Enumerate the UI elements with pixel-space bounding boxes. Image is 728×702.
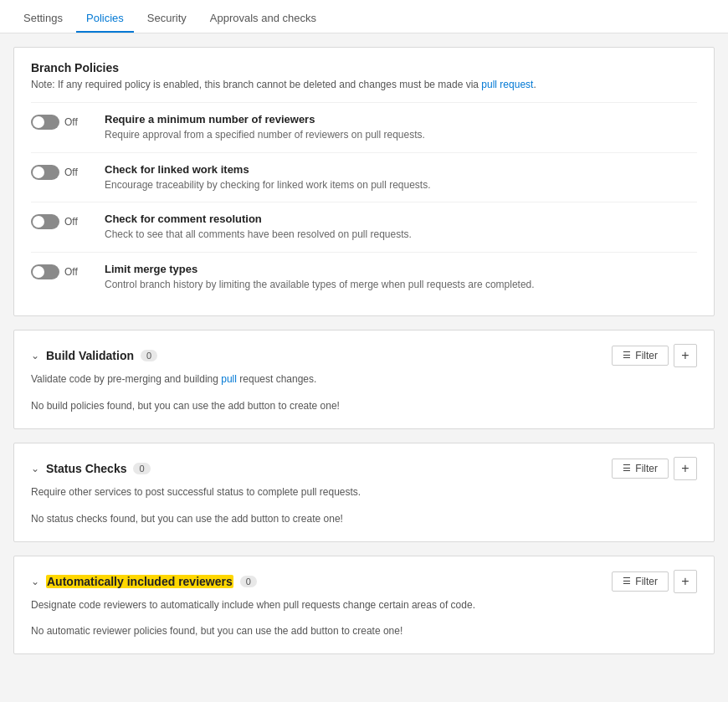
toggle-label-merge-types: Off (64, 266, 78, 278)
policy-info-merge-types: Limit merge types Control branch history… (105, 263, 697, 292)
policy-desc-linked-items: Encourage traceability by checking for l… (105, 178, 697, 192)
auto-reviewers-count: 0 (240, 576, 257, 587)
policy-title-comment-resolution: Check for comment resolution (105, 213, 697, 225)
filter-icon-3: ☰ (623, 576, 631, 587)
status-checks-filter-button[interactable]: ☰ Filter (612, 459, 669, 479)
tab-bar: Settings Policies Security Approvals and… (0, 0, 728, 33)
filter-icon: ☰ (623, 350, 631, 361)
toggle-label-reviewers: Off (64, 116, 78, 128)
auto-reviewers-header: ⌄ Automatically included reviewers 0 ☰ F… (31, 570, 697, 593)
tab-policies[interactable]: Policies (76, 5, 134, 33)
status-checks-title: Status Checks (46, 462, 126, 475)
page-container: Settings Policies Security Approvals and… (0, 0, 728, 702)
toggle-container-merge-types: Off (31, 263, 91, 279)
policy-title-linked-items: Check for linked work items (105, 163, 697, 176)
branch-policies-card: Branch Policies Note: If any required po… (13, 47, 715, 316)
build-validation-header: ⌄ Build Validation 0 ☰ Filter + (31, 344, 697, 367)
policy-desc-merge-types: Control branch history by limiting the a… (105, 278, 697, 292)
status-checks-add-button[interactable]: + (674, 457, 697, 480)
toggle-label-comment-resolution: Off (64, 216, 78, 228)
auto-reviewers-filter-label: Filter (635, 576, 658, 587)
status-checks-filter-label: Filter (635, 463, 658, 474)
auto-reviewers-chevron-icon[interactable]: ⌄ (31, 576, 39, 587)
status-checks-empty: No status checks found, but you can use … (31, 506, 697, 528)
policy-title-merge-types: Limit merge types (105, 263, 697, 275)
status-checks-card: ⌄ Status Checks 0 ☰ Filter + Require oth… (13, 443, 715, 542)
tab-settings[interactable]: Settings (13, 5, 73, 33)
pull-request-link[interactable]: pull request (481, 79, 533, 90)
auto-reviewers-filter-button[interactable]: ☰ Filter (612, 571, 669, 592)
toggle-merge-types[interactable] (31, 264, 59, 279)
tab-approvals[interactable]: Approvals and checks (200, 5, 326, 33)
build-validation-title: Build Validation (46, 349, 134, 362)
status-checks-count: 0 (133, 463, 150, 474)
build-validation-chevron-icon[interactable]: ⌄ (31, 350, 39, 361)
policy-info-comment-resolution: Check for comment resolution Check to se… (105, 213, 697, 242)
filter-icon-2: ☰ (623, 463, 631, 474)
build-validation-filter-label: Filter (635, 350, 658, 361)
auto-reviewers-actions: ☰ Filter + (612, 570, 697, 593)
auto-reviewers-card: ⌄ Automatically included reviewers 0 ☰ F… (13, 556, 715, 655)
policy-row-merge-types: Off Limit merge types Control branch his… (31, 252, 697, 302)
toggle-container-linked-items: Off (31, 163, 91, 180)
status-checks-header-left: ⌄ Status Checks 0 (31, 462, 151, 475)
policy-desc-comment-resolution: Check to see that all comments have been… (105, 228, 697, 242)
auto-reviewers-title: Automatically included reviewers (46, 575, 233, 588)
policy-info-linked-items: Check for linked work items Encourage tr… (105, 163, 697, 192)
status-checks-desc: Require other services to post successfu… (31, 485, 697, 500)
build-validation-filter-button[interactable]: ☰ Filter (612, 346, 669, 366)
build-validation-card: ⌄ Build Validation 0 ☰ Filter + Validate… (13, 330, 715, 429)
build-validation-header-left: ⌄ Build Validation 0 (31, 349, 157, 362)
toggle-container-comment-resolution: Off (31, 213, 91, 229)
build-validation-actions: ☰ Filter + (612, 344, 697, 367)
policy-row-comment-resolution: Off Check for comment resolution Check t… (31, 202, 697, 252)
policy-row-linked-items: Off Check for linked work items Encourag… (31, 152, 697, 202)
toggle-label-linked-items: Off (64, 167, 78, 178)
branch-policies-note: Note: If any required policy is enabled,… (31, 78, 697, 92)
build-validation-pull-link[interactable]: pull (221, 373, 237, 385)
toggle-comment-resolution[interactable] (31, 214, 59, 229)
auto-reviewers-title-highlight: Automatically included reviewers (46, 575, 233, 588)
policy-desc-reviewers: Require approval from a specified number… (105, 128, 697, 142)
tab-security[interactable]: Security (137, 5, 197, 33)
status-checks-header: ⌄ Status Checks 0 ☰ Filter + (31, 457, 697, 480)
build-validation-count: 0 (141, 350, 157, 361)
toggle-container-reviewers: Off (31, 113, 91, 130)
toggle-reviewers[interactable] (31, 115, 59, 130)
status-checks-actions: ☰ Filter + (612, 457, 697, 480)
build-validation-desc: Validate code by pre-merging and buildin… (31, 372, 697, 387)
policy-row-reviewers: Off Require a minimum number of reviewer… (31, 102, 697, 152)
main-content: Branch Policies Note: If any required po… (0, 33, 728, 668)
branch-policies-title: Branch Policies (31, 61, 697, 74)
build-validation-empty: No build policies found, but you can use… (31, 393, 697, 415)
build-validation-add-button[interactable]: + (674, 344, 697, 367)
toggle-linked-items[interactable] (31, 165, 59, 180)
auto-reviewers-add-button[interactable]: + (674, 570, 697, 593)
policy-info-reviewers: Require a minimum number of reviewers Re… (105, 113, 697, 142)
auto-reviewers-desc: Designate code reviewers to automaticall… (31, 598, 697, 612)
auto-reviewers-header-left: ⌄ Automatically included reviewers 0 (31, 575, 257, 588)
auto-reviewers-empty: No automatic reviewer policies found, bu… (31, 618, 697, 640)
status-checks-chevron-icon[interactable]: ⌄ (31, 463, 39, 474)
policy-title-reviewers: Require a minimum number of reviewers (105, 113, 697, 126)
